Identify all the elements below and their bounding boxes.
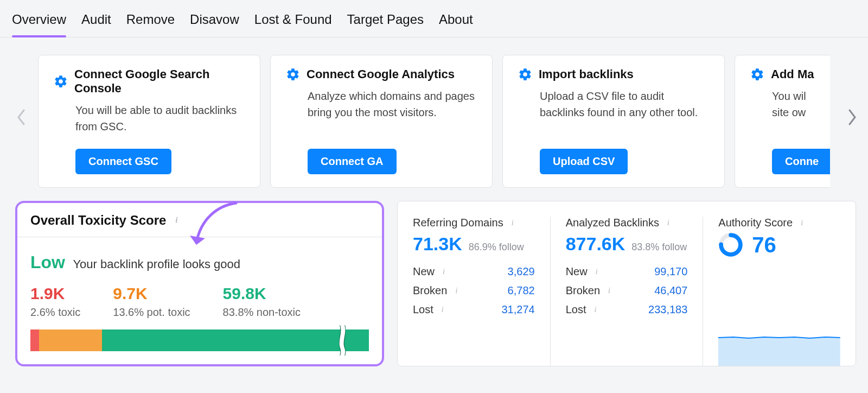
- tab-about[interactable]: About: [439, 12, 473, 37]
- row-value[interactable]: 233,183: [648, 303, 687, 316]
- info-icon[interactable]: i: [590, 305, 600, 315]
- authority-value[interactable]: 76: [752, 233, 776, 257]
- stats-title: Referring Domains: [413, 217, 503, 229]
- tabs-bar: Overview Audit Remove Disavow Lost & Fou…: [0, 0, 868, 37]
- row-value[interactable]: 3,629: [508, 265, 535, 278]
- card-title: Add Ma: [771, 67, 814, 81]
- gear-icon: [54, 74, 68, 88]
- authority-sparkline-icon: [718, 322, 840, 366]
- info-icon[interactable]: i: [171, 215, 181, 225]
- gear-icon: [286, 67, 300, 81]
- panel-title: Overall Toxicity Score: [30, 213, 166, 228]
- authority-score-column: Authority Score i 76: [703, 217, 856, 366]
- row-value[interactable]: 6,782: [508, 284, 535, 297]
- toxicity-level: Low: [30, 252, 65, 272]
- info-icon[interactable]: i: [797, 218, 807, 228]
- card-import-backlinks: Import backlinks Upload a CSV file to au…: [502, 55, 725, 188]
- toxic-label: 2.6% toxic: [30, 306, 80, 319]
- bar-break-icon: [339, 325, 347, 356]
- tab-audit[interactable]: Audit: [81, 12, 111, 37]
- overall-toxicity-panel: Overall Toxicity Score i Low Your backli…: [15, 201, 384, 366]
- connect-button[interactable]: Conne: [772, 149, 830, 174]
- info-icon[interactable]: i: [604, 286, 614, 296]
- info-icon[interactable]: i: [439, 267, 449, 277]
- connect-gsc-button[interactable]: Connect GSC: [75, 149, 171, 174]
- card-title: Import backlinks: [539, 67, 634, 81]
- card-title: Connect Google Analytics: [307, 67, 455, 81]
- info-icon[interactable]: i: [451, 286, 461, 296]
- toxicity-bar-chart: [30, 329, 369, 351]
- info-icon[interactable]: i: [663, 218, 673, 228]
- info-icon[interactable]: i: [508, 218, 518, 228]
- upload-csv-button[interactable]: Upload CSV: [540, 149, 628, 174]
- card-desc: You will be able to audit backlinks from…: [75, 102, 245, 135]
- card-connect-gsc: Connect Google Search Console You will b…: [38, 55, 260, 188]
- stats-title: Analyzed Backlinks: [566, 217, 659, 229]
- gear-icon: [750, 67, 764, 81]
- card-title: Connect Google Search Console: [74, 67, 245, 96]
- referring-domains-follow: 86.9% follow: [469, 242, 524, 253]
- analyzed-backlinks-total[interactable]: 877.6K: [566, 233, 626, 255]
- pot-toxic-segment: [39, 329, 101, 351]
- row-label: Broken: [413, 284, 447, 297]
- chevron-right-icon[interactable]: [846, 108, 857, 130]
- referring-domains-column: Referring Domains i 71.3K 86.9% follow N…: [398, 217, 551, 366]
- tab-disavow[interactable]: Disavow: [190, 12, 239, 37]
- authority-donut-icon: [718, 232, 743, 257]
- non-toxic-label: 83.8% non-toxic: [223, 306, 301, 319]
- pot-toxic-label: 13.6% pot. toxic: [113, 306, 190, 319]
- card-desc: Analyze which domains and pages bring yo…: [308, 88, 477, 135]
- row-value[interactable]: 99,170: [654, 265, 687, 278]
- chevron-left-icon[interactable]: [16, 108, 27, 130]
- stats-title: Authority Score: [718, 217, 793, 229]
- toxic-segment: [30, 329, 39, 351]
- row-label: New: [566, 265, 588, 278]
- row-value[interactable]: 46,407: [654, 284, 687, 297]
- info-icon[interactable]: i: [438, 305, 448, 315]
- row-label: Lost: [413, 303, 433, 316]
- connect-ga-button[interactable]: Connect GA: [308, 149, 397, 174]
- onboarding-carousel: Connect Google Search Console You will b…: [0, 55, 868, 188]
- analyzed-backlinks-follow: 83.8% follow: [631, 242, 687, 253]
- stats-panel: Referring Domains i 71.3K 86.9% follow N…: [397, 201, 856, 366]
- card-connect-ga: Connect Google Analytics Analyze which d…: [270, 55, 493, 188]
- non-toxic-segment: [102, 329, 369, 351]
- gear-icon: [518, 67, 532, 81]
- card-desc: Upload a CSV file to audit backlinks fou…: [540, 88, 709, 135]
- tab-lost-found[interactable]: Lost & Found: [254, 12, 332, 37]
- referring-domains-total[interactable]: 71.3K: [413, 233, 462, 255]
- card-add-manual: Add Ma You wil site ow Conne: [735, 55, 830, 188]
- non-toxic-count: 59.8K: [223, 284, 301, 303]
- tab-remove[interactable]: Remove: [126, 12, 175, 37]
- analyzed-backlinks-column: Analyzed Backlinks i 877.6K 83.8% follow…: [551, 217, 704, 366]
- row-label: Broken: [566, 284, 600, 297]
- toxic-count: 1.9K: [30, 284, 80, 303]
- tab-target-pages[interactable]: Target Pages: [347, 12, 424, 37]
- row-value[interactable]: 31,274: [502, 303, 535, 316]
- card-desc: You wil site ow: [772, 88, 830, 135]
- toxicity-message: Your backlink profile looks good: [73, 257, 240, 271]
- row-label: New: [413, 265, 435, 278]
- row-label: Lost: [566, 303, 586, 316]
- tab-overview[interactable]: Overview: [12, 12, 66, 37]
- info-icon[interactable]: i: [592, 267, 602, 277]
- pot-toxic-count: 9.7K: [113, 284, 190, 303]
